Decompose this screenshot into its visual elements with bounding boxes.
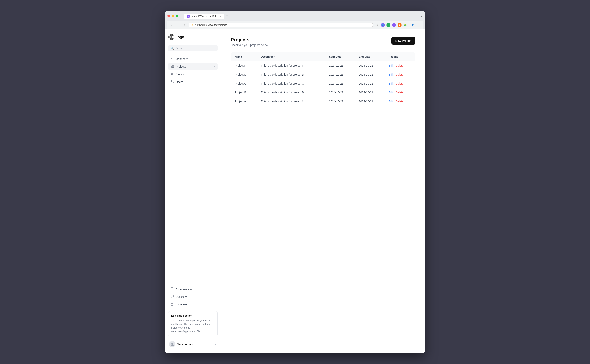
extension-2-icon[interactable]: F xyxy=(386,23,390,27)
back-button[interactable]: ← xyxy=(170,23,174,27)
bookmark-icon[interactable]: ☆ xyxy=(375,23,379,27)
user-chevron-icon: ∧ xyxy=(215,343,217,346)
browser-tab-active[interactable]: W Laravel Wave - The Software × xyxy=(184,13,224,19)
cell-start-date: 2024-10-21 xyxy=(325,88,355,97)
sidebar-item-stories[interactable]: Stories xyxy=(168,71,218,78)
search-placeholder: Search xyxy=(175,46,184,50)
cell-start-date: 2024-10-21 xyxy=(325,70,355,79)
forward-button[interactable]: → xyxy=(176,23,181,27)
cell-end-date: 2024-10-21 xyxy=(355,61,385,70)
users-icon xyxy=(171,80,174,84)
profile-icon[interactable]: 👤 xyxy=(411,23,415,27)
edit-section-close-button[interactable]: × xyxy=(214,313,215,317)
sidebar: logo 🔍 Search ⌂ Dashboard xyxy=(165,29,221,353)
edit-section-card: × Edit This Section You can edit any asp… xyxy=(168,311,218,336)
edit-button[interactable]: Edit xyxy=(389,100,393,103)
extension-3-icon[interactable]: ✦ xyxy=(392,23,396,27)
documentation-icon xyxy=(171,287,174,291)
cell-end-date: 2024-10-21 xyxy=(355,70,385,79)
table-row: Project AThis is the description for pro… xyxy=(231,97,416,106)
sidebar-item-users[interactable]: Users xyxy=(168,78,218,85)
cell-description: This is the description for project C xyxy=(257,79,325,88)
delete-button[interactable]: Delete xyxy=(396,82,403,85)
main-content: Projects Check out your projects below N… xyxy=(221,29,425,353)
new-tab-button[interactable]: + xyxy=(224,13,230,19)
cell-name: Project A xyxy=(231,97,257,106)
traffic-light-maximize[interactable] xyxy=(176,15,178,17)
more-options-icon[interactable]: ⋮ xyxy=(416,23,420,27)
sidebar-item-projects[interactable]: Projects ∨ xyxy=(168,63,218,70)
col-header-actions: Actions xyxy=(385,52,416,61)
table-row: Project DThis is the description for pro… xyxy=(231,70,416,79)
cell-start-date: 2024-10-21 xyxy=(325,61,355,70)
search-box[interactable]: 🔍 Search xyxy=(168,45,218,51)
svg-point-25 xyxy=(171,343,173,345)
projects-icon xyxy=(171,65,174,68)
edit-section-text: You can edit any aspect of your user das… xyxy=(171,319,215,333)
svg-text:W: W xyxy=(188,15,189,17)
sidebar-item-changelog[interactable]: Changelog xyxy=(168,301,218,308)
url-text: wave.test/projects xyxy=(208,24,227,26)
extension-1-icon[interactable]: 🐦 xyxy=(381,23,385,27)
svg-rect-8 xyxy=(172,65,174,66)
col-header-start-date: Start Date xyxy=(325,52,355,61)
dashboard-icon: ⌂ xyxy=(171,57,172,60)
cell-name: Project F xyxy=(231,61,257,70)
table-header-row: Name Description Start Date End Date Act… xyxy=(231,52,416,61)
traffic-light-close[interactable] xyxy=(168,15,170,17)
edit-button[interactable]: Edit xyxy=(389,82,393,85)
refresh-button[interactable]: ↻ xyxy=(183,23,187,27)
questions-label: Questions xyxy=(176,295,215,299)
tab-close-button[interactable]: × xyxy=(220,15,221,17)
questions-icon xyxy=(171,295,174,299)
edit-button[interactable]: Edit xyxy=(389,64,393,67)
svg-rect-7 xyxy=(171,65,172,66)
cell-description: This is the description for project D xyxy=(257,70,325,79)
extension-4-icon[interactable]: ◉ xyxy=(398,23,402,27)
user-name: Wave Admin xyxy=(177,343,213,346)
cell-end-date: 2024-10-21 xyxy=(355,97,385,106)
cell-actions: EditDelete xyxy=(385,79,416,88)
changelog-label: Changelog xyxy=(176,303,215,306)
changelog-icon xyxy=(171,303,174,306)
stories-icon xyxy=(171,72,174,76)
extensions-icon[interactable]: 🧩 xyxy=(403,23,407,27)
delete-button[interactable]: Delete xyxy=(396,73,403,76)
table-row: Project FThis is the description for pro… xyxy=(231,61,416,70)
col-header-name: Name xyxy=(231,52,257,61)
sidebar-item-documentation[interactable]: Documentation xyxy=(168,286,218,293)
delete-button[interactable]: Delete xyxy=(396,100,403,103)
sidebar-item-dashboard[interactable]: ⌂ Dashboard xyxy=(168,55,218,62)
cell-description: This is the description for project F xyxy=(257,61,325,70)
dashboard-label: Dashboard xyxy=(174,57,215,60)
traffic-light-minimize[interactable] xyxy=(172,15,174,17)
logo-text: logo xyxy=(177,35,184,39)
logo-icon xyxy=(168,34,174,40)
cell-actions: EditDelete xyxy=(385,61,416,70)
svg-point-14 xyxy=(171,80,172,82)
table-row: Project CThis is the description for pro… xyxy=(231,79,416,88)
security-warning: ⚠ xyxy=(192,24,194,26)
cell-description: This is the description for project B xyxy=(257,88,325,97)
delete-button[interactable]: Delete xyxy=(396,91,403,94)
page-subtitle: Check out your projects below xyxy=(231,43,268,46)
svg-rect-9 xyxy=(171,66,172,67)
cell-description: This is the description for project A xyxy=(257,97,325,106)
page-header: Projects Check out your projects below N… xyxy=(231,37,416,46)
sidebar-item-questions[interactable]: Questions xyxy=(168,293,218,300)
new-project-button[interactable]: New Project xyxy=(391,37,416,45)
projects-label: Projects xyxy=(176,65,211,68)
edit-button[interactable]: Edit xyxy=(389,91,393,94)
cell-actions: EditDelete xyxy=(385,70,416,79)
cell-start-date: 2024-10-21 xyxy=(325,97,355,106)
col-header-end-date: End Date xyxy=(355,52,385,61)
edit-button[interactable]: Edit xyxy=(389,73,393,76)
cell-actions: EditDelete xyxy=(385,97,416,106)
projects-chevron-icon: ∨ xyxy=(213,65,215,68)
cell-start-date: 2024-10-21 xyxy=(325,79,355,88)
address-bar[interactable]: ⚠ Not Secure wave.test/projects xyxy=(189,23,373,27)
user-avatar xyxy=(169,341,175,347)
user-section[interactable]: Wave Admin ∧ xyxy=(168,339,218,349)
expand-button[interactable]: ∨ xyxy=(421,14,422,18)
delete-button[interactable]: Delete xyxy=(396,64,403,67)
